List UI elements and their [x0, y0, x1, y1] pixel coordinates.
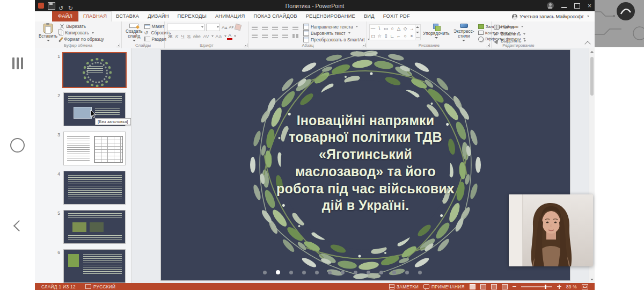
home-button[interactable] [0, 133, 35, 157]
zoom-out-button[interactable] [513, 286, 516, 287]
drawing-dialog-launcher[interactable] [486, 44, 490, 47]
copy-button[interactable]: Копировать [59, 30, 104, 36]
quick-styles-button[interactable]: Экспресс-стили [452, 23, 476, 42]
replace-button[interactable]: Заменить [494, 31, 544, 37]
thumbnail-slide-5[interactable] [63, 210, 126, 244]
character-spacing-button[interactable]: AV [202, 34, 210, 39]
indicator-dot[interactable] [379, 271, 383, 274]
shape-diagonal-line-icon[interactable] [377, 26, 382, 32]
justify-button[interactable] [282, 33, 289, 39]
scroll-up-icon[interactable] [590, 51, 594, 53]
indicator-dot-active[interactable] [276, 270, 280, 274]
redo-icon[interactable] [68, 3, 75, 9]
tab-design[interactable]: ДИЗАЙН [143, 11, 173, 21]
account-avatar-icon[interactable] [547, 2, 554, 9]
indicator-dot[interactable] [263, 271, 267, 274]
indicator-dot[interactable] [289, 271, 293, 274]
clear-formatting-icon[interactable] [235, 24, 241, 31]
scrollbar-thumb[interactable] [590, 57, 594, 96]
shape-diamond-icon[interactable] [402, 26, 408, 32]
webcam-overlay[interactable] [509, 194, 593, 266]
close-button[interactable]: × [588, 3, 591, 9]
arrange-button[interactable]: Упорядочить [423, 23, 450, 42]
shrink-font-icon[interactable]: А▾ [229, 25, 234, 30]
save-icon[interactable] [48, 2, 55, 10]
tab-insert[interactable]: ВСТАВКА [112, 11, 143, 21]
zoom-in-button[interactable] [557, 285, 561, 289]
indicator-dot[interactable] [328, 271, 332, 274]
shape-round-rect-icon[interactable] [383, 33, 389, 39]
fit-to-window-button[interactable] [582, 284, 588, 289]
tab-view[interactable]: ВИД [360, 11, 379, 21]
columns-button[interactable] [292, 33, 299, 39]
normal-view-button[interactable] [470, 284, 475, 289]
text-shadow-button[interactable]: S [186, 33, 192, 39]
indicator-dot[interactable] [302, 271, 306, 274]
comments-button[interactable]: ПРИМЕЧАНИЯ [423, 284, 465, 289]
tab-foxit-pdf[interactable]: FOXIT PDF [379, 11, 414, 21]
shapes-gallery[interactable] [369, 24, 415, 40]
shape-oval-icon[interactable] [390, 26, 395, 32]
indicator-dot[interactable] [418, 271, 422, 274]
minimize-button[interactable] [561, 7, 567, 8]
indicator-dot[interactable] [341, 271, 345, 274]
shapes-scroll[interactable] [415, 24, 421, 40]
underline-button[interactable]: Ч [180, 33, 185, 39]
recent-apps-button[interactable] [0, 52, 35, 75]
account-button[interactable]: Учетная запись Майкрософт [512, 11, 595, 21]
scroll-down-icon[interactable] [590, 279, 594, 280]
format-painter-button[interactable]: Формат по образцу [59, 36, 104, 42]
tab-animations[interactable]: АНИМАЦИЯ [211, 11, 249, 21]
thumbnail-slide-3[interactable] [63, 132, 126, 165]
thumbnail-slide-4[interactable] [63, 171, 126, 205]
more-shapes-icon[interactable] [416, 38, 420, 39]
indicator-dot[interactable] [405, 271, 409, 274]
font-name-combobox[interactable] [167, 24, 204, 31]
shape-bracket-icon[interactable] [396, 33, 401, 39]
bullets-button[interactable] [251, 25, 258, 31]
indent-decrease-button[interactable] [272, 25, 279, 31]
shape-square-icon[interactable] [370, 33, 376, 39]
slide-thumbnail-panel[interactable]: 1 2 3 [35, 48, 131, 283]
clipboard-dialog-launcher[interactable] [116, 44, 120, 47]
thumbnail-slide-1[interactable] [63, 53, 126, 87]
font-size-combobox[interactable] [206, 24, 220, 31]
tab-file[interactable]: ФАЙЛ [52, 11, 78, 21]
tab-transitions[interactable]: ПЕРЕХОДЫ [173, 11, 211, 21]
shape-rectangle-icon[interactable] [383, 26, 389, 32]
align-right-button[interactable] [272, 33, 279, 39]
maximize-button[interactable] [574, 3, 580, 9]
strikethrough-button[interactable]: abc [192, 34, 202, 39]
italic-button[interactable]: К [174, 33, 180, 39]
tab-home[interactable]: ГЛАВНАЯ [78, 11, 112, 21]
collapse-ribbon-icon[interactable] [584, 41, 590, 47]
thumbnail-slide-6[interactable] [63, 249, 126, 283]
indent-increase-button[interactable] [282, 25, 289, 31]
back-button[interactable] [0, 214, 35, 237]
shape-line-icon[interactable] [370, 26, 376, 32]
shape-arrow-icon[interactable] [409, 26, 414, 32]
tab-review[interactable]: РЕЦЕНЗИРОВАНИЕ [302, 11, 360, 21]
text-direction-button[interactable]: Направление текста [303, 24, 370, 30]
indicator-dot[interactable] [354, 271, 357, 274]
shape-elbow-icon[interactable] [390, 33, 395, 39]
align-text-button[interactable]: Выровнять текст [303, 30, 370, 36]
find-button[interactable]: Найти [494, 24, 544, 30]
indicator-dot[interactable] [392, 271, 396, 274]
grow-font-icon[interactable]: А▴ [222, 25, 228, 30]
undo-icon[interactable] [58, 3, 65, 9]
slide-sorter-view-button[interactable] [480, 284, 486, 289]
zoom-slider[interactable] [521, 286, 552, 287]
slideshow-button[interactable] [502, 284, 508, 289]
language-button[interactable]: РУССКИЙ [85, 284, 115, 289]
new-slide-button[interactable]: Создать слайд [124, 23, 144, 42]
indicator-dot[interactable] [367, 271, 370, 274]
line-spacing-button[interactable] [292, 25, 299, 31]
tab-slideshow[interactable]: ПОКАЗ СЛАЙДОВ [249, 11, 301, 21]
change-case-button[interactable]: Aa [214, 33, 223, 39]
shape-multiply-icon[interactable] [409, 33, 414, 39]
paste-button[interactable]: Вставить [37, 23, 59, 42]
notes-button[interactable]: ЗАМЕТКИ [389, 284, 419, 289]
bold-button[interactable]: Ж [167, 33, 174, 39]
scroll-down-icon[interactable] [416, 32, 419, 33]
